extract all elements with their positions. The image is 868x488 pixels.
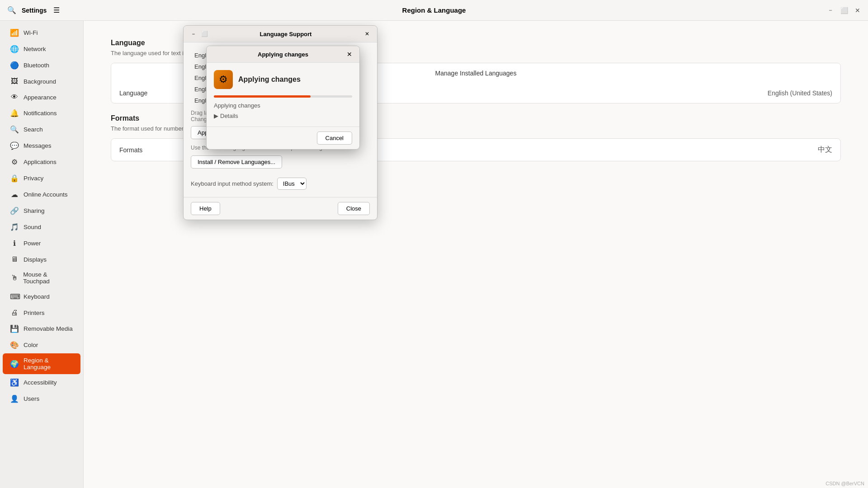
sidebar: 📶 Wi-Fi 🌐 Network 🔵 Bluetooth 🖼 Backgrou… — [0, 21, 84, 488]
sidebar-item-privacy[interactable]: 🔒 Privacy — [3, 170, 80, 186]
sound-icon: 🎵 — [10, 223, 19, 231]
sidebar-item-displays[interactable]: 🖥 Displays — [3, 252, 80, 267]
applying-header-text: Applying changes — [238, 75, 301, 84]
sidebar-item-region[interactable]: 🌍 Region & Language — [3, 353, 80, 374]
wifi-icon: 📶 — [10, 28, 19, 37]
sidebar-item-network[interactable]: 🌐 Network — [3, 41, 80, 57]
search-button[interactable]: 🔍 — [5, 4, 18, 17]
sidebar-item-sound[interactable]: 🎵 Sound — [3, 219, 80, 235]
sidebar-label-background: Background — [24, 78, 56, 85]
applying-titlebar: Applying changes ✕ — [207, 46, 359, 63]
applying-icon: ⚙ — [214, 70, 233, 89]
sidebar-label-color: Color — [24, 342, 38, 348]
applying-footer: Cancel — [207, 127, 359, 149]
background-icon: 🖼 — [10, 77, 19, 85]
keyboard-method-select[interactable]: IBus fcitx — [277, 178, 307, 190]
sidebar-item-power[interactable]: ℹ Power — [3, 235, 80, 251]
sidebar-label-network: Network — [24, 46, 46, 52]
details-row[interactable]: ▶ Details — [214, 113, 352, 119]
users-icon: 👤 — [10, 394, 19, 403]
displays-icon: 🖥 — [10, 255, 19, 263]
sidebar-label-notifications: Notifications — [24, 110, 57, 117]
applying-body: ⚙ Applying changes Applying changes ▶ De… — [207, 63, 359, 127]
printers-icon: 🖨 — [10, 309, 19, 317]
sidebar-label-appearance: Appearance — [24, 94, 57, 101]
mouse-icon: 🖱 — [10, 274, 19, 282]
title-bar-left: 🔍 Settings ☰ — [5, 4, 63, 17]
sidebar-label-printers: Printers — [24, 310, 45, 316]
sidebar-label-power: Power — [24, 240, 41, 247]
sidebar-item-sharing[interactable]: 🔗 Sharing — [3, 203, 80, 219]
lang-close-btn[interactable]: ✕ — [363, 29, 372, 38]
applying-header: ⚙ Applying changes — [214, 70, 352, 89]
minimize-button[interactable]: － — [826, 5, 835, 15]
sidebar-label-removable: Removable Media — [24, 325, 73, 332]
main-window: 🔍 Settings ☰ Region & Language － ⬜ ✕ 📶 W… — [0, 0, 868, 488]
sidebar-item-color[interactable]: 🎨 Color — [3, 337, 80, 353]
notifications-icon: 🔔 — [10, 109, 19, 117]
sidebar-item-accessibility[interactable]: ♿ Accessibility — [3, 375, 80, 390]
sidebar-label-displays: Displays — [24, 256, 47, 263]
lang-minimize-btn[interactable]: － — [189, 29, 198, 38]
sidebar-item-bluetooth[interactable]: 🔵 Bluetooth — [3, 57, 80, 73]
keyboard-label: Keyboard input method system: — [191, 180, 274, 187]
sidebar-label-wifi: Wi-Fi — [24, 29, 38, 36]
applying-dialog-title: Applying changes — [221, 51, 345, 58]
formats-value: 中文 — [818, 145, 832, 155]
lang-support-titlebar: － ⬜ Language Support ✕ — [184, 26, 377, 42]
applying-changes-dialog: Applying changes ✕ ⚙ Applying changes Ap… — [206, 46, 360, 150]
sidebar-item-keyboard[interactable]: ⌨ Keyboard — [3, 289, 80, 305]
lang-restore-btn[interactable]: ⬜ — [200, 29, 209, 38]
sidebar-label-privacy: Privacy — [24, 175, 43, 182]
app-title: Settings — [22, 7, 47, 14]
close-button[interactable]: ✕ — [853, 5, 863, 15]
sidebar-item-users[interactable]: 👤 Users — [3, 391, 80, 407]
menu-button[interactable]: ☰ — [50, 4, 63, 17]
sidebar-label-bluetooth: Bluetooth — [24, 62, 49, 69]
help-button[interactable]: Help — [191, 202, 220, 215]
sidebar-label-keyboard: Keyboard — [24, 293, 50, 300]
color-icon: 🎨 — [10, 341, 19, 349]
sidebar-item-background[interactable]: 🖼 Background — [3, 74, 80, 89]
accessibility-icon: ♿ — [10, 378, 19, 387]
removable-icon: 💾 — [10, 324, 19, 333]
sidebar-item-messages[interactable]: 💬 Messages — [3, 138, 80, 154]
close-button-lang[interactable]: Close — [338, 202, 370, 215]
applying-sub-text: Applying changes — [214, 102, 352, 109]
keyboard-row: Keyboard input method system: IBus fcitx — [191, 178, 370, 190]
sidebar-item-online[interactable]: ☁ Online Accounts — [3, 187, 80, 202]
restore-button[interactable]: ⬜ — [839, 5, 849, 15]
sidebar-item-appearance[interactable]: 👁 Appearance — [3, 89, 80, 105]
sidebar-item-applications[interactable]: ⚙ Applications — [3, 154, 80, 170]
sidebar-item-mouse[interactable]: 🖱 Mouse & Touchpad — [3, 267, 80, 288]
sidebar-label-applications: Applications — [24, 159, 57, 165]
sidebar-item-notifications[interactable]: 🔔 Notifications — [3, 105, 80, 121]
cancel-button[interactable]: Cancel — [317, 131, 352, 145]
sidebar-item-wifi[interactable]: 📶 Wi-Fi — [3, 25, 80, 41]
applications-icon: ⚙ — [10, 158, 19, 166]
applying-close-button[interactable]: ✕ — [345, 50, 354, 59]
window-controls: － ⬜ ✕ — [826, 5, 863, 15]
privacy-icon: 🔒 — [10, 174, 19, 183]
lang-titlebar-btns: － ⬜ — [189, 29, 209, 38]
network-icon: 🌐 — [10, 45, 19, 53]
sidebar-label-accessibility: Accessibility — [24, 379, 57, 386]
watermark: CSDN @BerVCN — [826, 481, 864, 486]
sidebar-item-printers[interactable]: 🖨 Printers — [3, 305, 80, 320]
chevron-right-icon: ▶ — [214, 113, 218, 119]
progress-bar — [214, 95, 352, 98]
install-remove-button[interactable]: Install / Remove Languages... — [191, 155, 282, 169]
sidebar-label-messages: Messages — [24, 142, 52, 149]
messages-icon: 💬 — [10, 141, 19, 150]
window-title: Region & Language — [402, 6, 466, 14]
online-icon: ☁ — [10, 190, 19, 199]
sharing-icon: 🔗 — [10, 206, 19, 215]
appearance-icon: 👁 — [10, 93, 19, 101]
lang-support-title: Language Support — [209, 31, 363, 38]
power-icon: ℹ — [10, 239, 19, 248]
region-icon: 🌍 — [10, 360, 19, 368]
sidebar-item-removable[interactable]: 💾 Removable Media — [3, 321, 80, 337]
sidebar-item-search[interactable]: 🔍 Search — [3, 122, 80, 137]
details-text: Details — [220, 113, 238, 119]
sidebar-label-mouse: Mouse & Touchpad — [23, 271, 73, 285]
